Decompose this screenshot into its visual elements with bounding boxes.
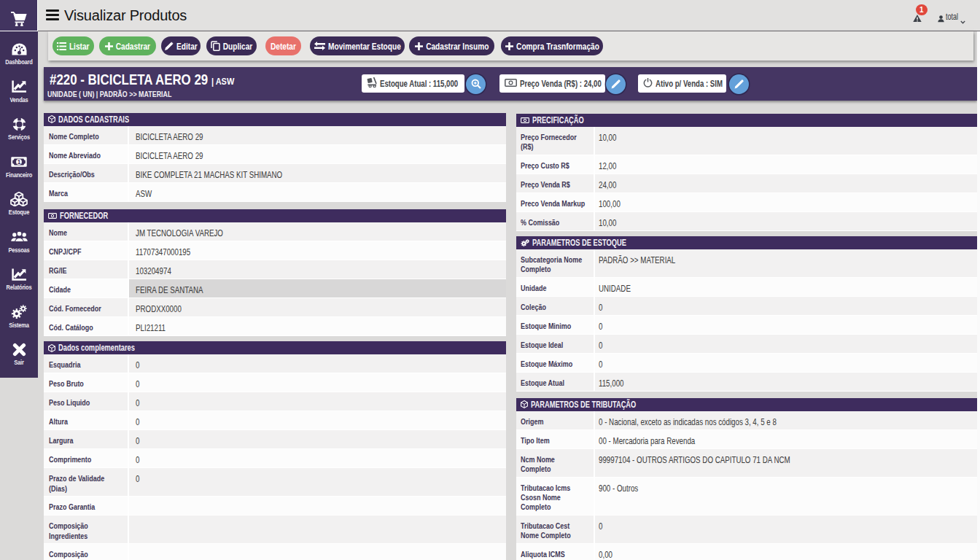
svg-text:1: 1 [18, 158, 21, 165]
